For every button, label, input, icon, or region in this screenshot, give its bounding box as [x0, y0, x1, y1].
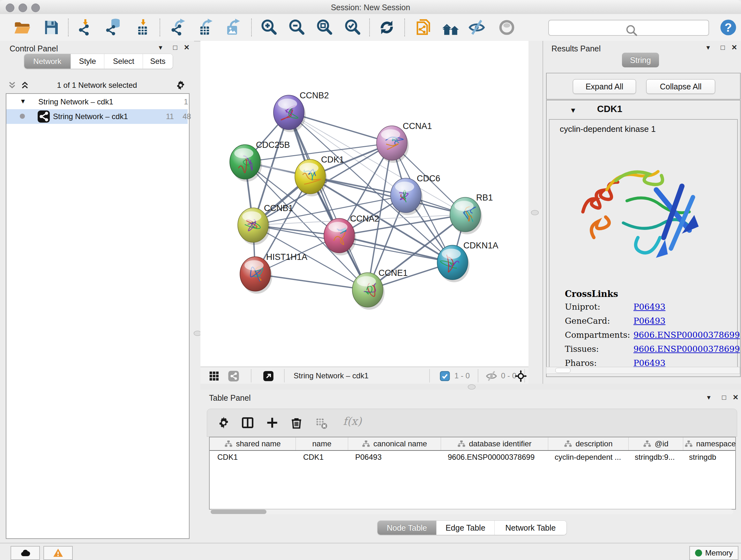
zoom-selected-icon[interactable]	[344, 18, 361, 37]
results-scrollbar[interactable]	[546, 367, 740, 374]
cloud-button[interactable]	[10, 546, 40, 560]
collection-expand-caret[interactable]: ▼	[20, 98, 26, 105]
results-panel-menu-caret[interactable]: ▾	[703, 44, 714, 53]
crosslink-link[interactable]: 9606.ENSP00000378699	[633, 330, 740, 340]
tab-select[interactable]: Select	[105, 54, 143, 69]
cell[interactable]: CDK1	[295, 451, 347, 463]
node-label: RB1	[476, 193, 493, 202]
export-network-icon[interactable]	[169, 18, 186, 37]
collapse-all-button[interactable]: Collapse All	[646, 79, 715, 94]
tab-network[interactable]: Network	[24, 54, 71, 69]
table-hscrollbar[interactable]	[210, 509, 733, 514]
tab-style[interactable]: Style	[71, 54, 105, 69]
cell[interactable]: stringdb	[681, 451, 735, 463]
table-panel-close-button[interactable]: ✕	[730, 393, 741, 403]
network-canvas[interactable]: CCNB2 CCNA1 CDC25B CDK1 CDC6 RB1 CCNB1	[200, 41, 529, 367]
network-node-CCNE1[interactable]: CCNE1	[352, 268, 408, 310]
node-table[interactable]: shared namenamecanonical namedatabase id…	[209, 437, 736, 509]
control-panel-menu-caret[interactable]: ▾	[155, 44, 166, 53]
column-header-description[interactable]: description	[548, 437, 629, 450]
memory-button[interactable]: Memory	[689, 546, 738, 560]
hidden-eye-icon[interactable]	[485, 370, 497, 382]
network-edge[interactable]	[289, 112, 367, 290]
table-hscrollbar-thumb[interactable]	[211, 509, 266, 514]
network-options-gear-icon[interactable]	[175, 79, 186, 91]
import-network-file-icon[interactable]	[76, 18, 94, 37]
save-session-icon[interactable]	[42, 18, 60, 37]
column-header-namespace[interactable]: namespace	[683, 437, 736, 450]
cell[interactable]: P06493	[347, 451, 440, 463]
column-header-@id[interactable]: @id	[629, 437, 683, 450]
right-splitter-handle[interactable]	[531, 210, 539, 215]
tab-network-table[interactable]: Network Table	[495, 521, 566, 535]
string-view-icon[interactable]	[227, 370, 240, 382]
column-header-shared-name[interactable]: shared name	[210, 437, 296, 450]
tab-string[interactable]: String	[622, 53, 659, 67]
export-image-icon[interactable]	[223, 18, 241, 37]
results-panel-float-button[interactable]: □	[718, 44, 728, 53]
add-column-icon[interactable]	[265, 416, 279, 430]
crosslink-link[interactable]: 9606.ENSP00000378699	[633, 344, 740, 354]
column-header-canonical-name[interactable]: canonical name	[348, 437, 441, 450]
help-icon[interactable]: ?	[719, 18, 737, 37]
network-collection-row[interactable]: ▼ String Network – cdk1 1	[6, 95, 188, 109]
tab-node-table[interactable]: Node Table	[378, 521, 436, 535]
delete-column-icon[interactable]	[289, 416, 304, 430]
crosslink-link[interactable]: P06493	[633, 316, 665, 326]
table-panel-menu-caret[interactable]: ▾	[703, 393, 714, 403]
export-table-icon[interactable]	[196, 18, 214, 37]
control-panel-float-button[interactable]: □	[170, 44, 181, 53]
horizontal-splitter[interactable]	[200, 384, 741, 389]
network-node-CDC25B[interactable]: CDC25B	[230, 140, 290, 182]
table-panel-float-button[interactable]: □	[719, 393, 730, 403]
network-node-CCNB1[interactable]: CCNB1	[238, 203, 293, 245]
network-node-RB1[interactable]: RB1	[450, 193, 493, 234]
open-session-icon[interactable]	[13, 18, 31, 37]
zoom-fit-icon[interactable]	[316, 18, 333, 37]
network-node-CDC6[interactable]: CDC6	[391, 174, 441, 215]
control-panel-close-button[interactable]: ✕	[181, 44, 192, 53]
table-row[interactable]: CDK1CDK1P064939606.ENSP00000378699cyclin…	[210, 451, 735, 463]
refresh-layout-icon[interactable]	[378, 18, 396, 37]
crosslink-link[interactable]: P06493	[633, 358, 665, 368]
horizontal-splitter-handle[interactable]	[468, 384, 475, 389]
search-input[interactable]	[548, 20, 709, 36]
zoom-in-icon[interactable]	[260, 18, 278, 37]
selected-checkbox-icon[interactable]	[439, 370, 451, 382]
network-node-CCNA2[interactable]: CCNA2	[324, 214, 380, 255]
protein-section-header[interactable]: ▼ CDK1	[547, 101, 740, 119]
crosslink-label: GeneCard:	[565, 316, 633, 326]
grid-view-icon[interactable]	[208, 370, 220, 382]
zoom-out-icon[interactable]	[288, 18, 306, 37]
column-type-icon	[564, 440, 572, 448]
network-edge[interactable]	[339, 236, 453, 262]
cell[interactable]: cyclin-dependent ...	[547, 451, 627, 463]
birds-eye-view-icon[interactable]	[262, 370, 274, 382]
hide-unselected-eye-icon[interactable]	[468, 18, 486, 37]
cell[interactable]: CDK1	[210, 451, 295, 463]
import-string-file-icon[interactable]	[415, 18, 433, 37]
results-panel-close-button[interactable]: ✕	[729, 44, 740, 53]
network-node-CCNB2[interactable]: CCNB2	[273, 91, 329, 132]
warnings-button[interactable]	[44, 546, 73, 560]
import-table-icon[interactable]	[133, 18, 151, 37]
network-row-selected[interactable]: String Network – cdk1 11 48	[6, 109, 188, 124]
table-options-gear-icon[interactable]	[217, 416, 231, 430]
tab-sets[interactable]: Sets	[143, 54, 173, 69]
network-node-CCNA1[interactable]: CCNA1	[377, 121, 432, 163]
crosslink-link[interactable]: P06493	[633, 302, 665, 312]
cell[interactable]: 9606.ENSP00000378699	[440, 451, 547, 463]
fit-selected-crosshair-icon[interactable]	[515, 370, 527, 382]
network-node-HIST1H1A[interactable]: HIST1H1A	[240, 252, 307, 294]
results-scrollbar-thumb[interactable]	[555, 368, 570, 373]
cell[interactable]: stringdb:9...	[627, 451, 681, 463]
network-node-CDKN1A[interactable]: CDKN1A	[437, 241, 498, 282]
houses-icon[interactable]	[442, 18, 460, 37]
column-header-database-identifier[interactable]: database identifier	[441, 437, 548, 450]
column-header-name[interactable]: name	[296, 437, 348, 450]
tab-edge-table[interactable]: Edge Table	[436, 521, 495, 535]
show-columns-icon[interactable]	[241, 416, 255, 430]
protein-collapse-caret[interactable]: ▼	[569, 106, 577, 115]
expand-all-button[interactable]: Expand All	[573, 79, 636, 94]
import-network-database-icon[interactable]	[104, 18, 122, 37]
